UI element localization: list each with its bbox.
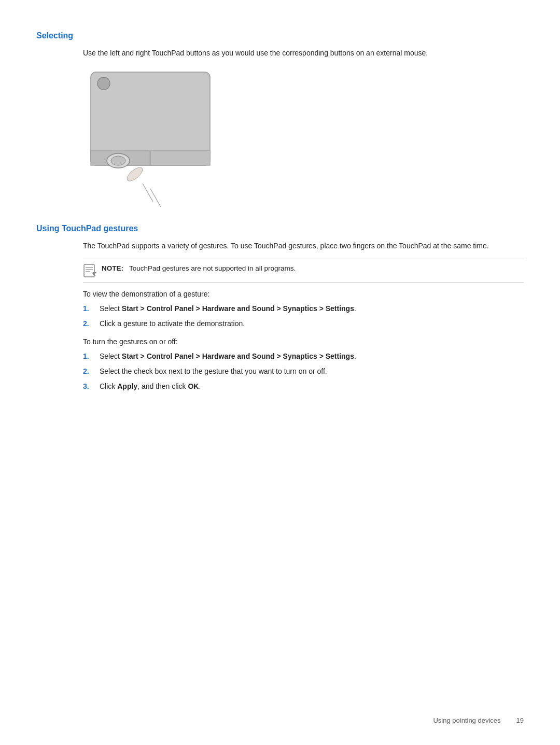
step-content-1: Select Start > Control Panel > Hardware …: [100, 303, 356, 314]
selecting-section: Selecting Use the left and right TouchPa…: [36, 31, 524, 208]
note-text-content: [125, 264, 129, 272]
toggle-step-1-bold: Start > Control Panel > Hardware and Sou…: [122, 352, 354, 360]
toggle-step-number-1: 1.: [83, 351, 93, 362]
footer-text: Using pointing devices: [433, 716, 500, 724]
selecting-body-text: Use the left and right TouchPad buttons …: [83, 48, 524, 59]
touchpad-svg: [83, 67, 218, 207]
svg-point-7: [111, 156, 125, 165]
note-body: TouchPad gestures are not supported in a…: [129, 264, 296, 272]
toggle-steps-list: 1. Select Start > Control Panel > Hardwa…: [83, 351, 524, 392]
note-label: NOTE:: [102, 264, 123, 272]
gestures-intro-text: The TouchPad supports a variety of gestu…: [83, 241, 524, 251]
toggle-heading: To turn the gestures on or off:: [83, 338, 524, 346]
toggle-step-content-3: Click Apply, and then click OK.: [100, 381, 201, 392]
note-box: NOTE: TouchPad gestures are not supporte…: [83, 259, 524, 283]
page-content: Selecting Use the left and right TouchPa…: [36, 31, 524, 392]
apply-bold: Apply: [117, 382, 137, 390]
touchpad-gestures-section: Using TouchPad gestures The TouchPad sup…: [36, 224, 524, 392]
toggle-step-3: 3. Click Apply, and then click OK.: [83, 381, 524, 392]
demo-steps-list: 1. Select Start > Control Panel > Hardwa…: [83, 303, 524, 329]
demo-heading: To view the demonstration of a gesture:: [83, 290, 524, 298]
toggle-step-number-2: 2.: [83, 366, 93, 377]
selecting-heading: Selecting: [36, 31, 524, 40]
toggle-step-number-3: 3.: [83, 381, 93, 392]
note-content: NOTE: TouchPad gestures are not supporte…: [102, 263, 296, 274]
toggle-step-2: 2. Select the check box next to the gest…: [83, 366, 524, 377]
svg-line-10: [150, 189, 161, 207]
ok-bold: OK: [188, 382, 199, 390]
gestures-heading: Using TouchPad gestures: [36, 224, 524, 233]
touchpad-illustration: [83, 67, 524, 208]
selecting-body: Use the left and right TouchPad buttons …: [83, 48, 524, 208]
gestures-body: The TouchPad supports a variety of gestu…: [83, 241, 524, 392]
demo-step-1: 1. Select Start > Control Panel > Hardwa…: [83, 303, 524, 314]
demo-step-2: 2. Click a gesture to activate the demon…: [83, 318, 524, 329]
toggle-step-content-1: Select Start > Control Panel > Hardware …: [100, 351, 356, 362]
footer-page: 19: [516, 716, 524, 724]
svg-point-1: [97, 77, 110, 90]
page-footer: Using pointing devices 19: [433, 716, 524, 724]
note-icon: [83, 263, 97, 278]
step-number-1: 1.: [83, 303, 93, 314]
svg-point-8: [125, 165, 145, 183]
svg-line-9: [143, 184, 153, 202]
toggle-step-1: 1. Select Start > Control Panel > Hardwa…: [83, 351, 524, 362]
toggle-step-content-2: Select the check box next to the gesture…: [100, 366, 327, 377]
svg-rect-4: [150, 151, 210, 165]
step-number-2: 2.: [83, 318, 93, 329]
step-content-2: Click a gesture to activate the demonstr…: [100, 318, 245, 329]
step-1-bold: Start > Control Panel > Hardware and Sou…: [122, 304, 354, 313]
